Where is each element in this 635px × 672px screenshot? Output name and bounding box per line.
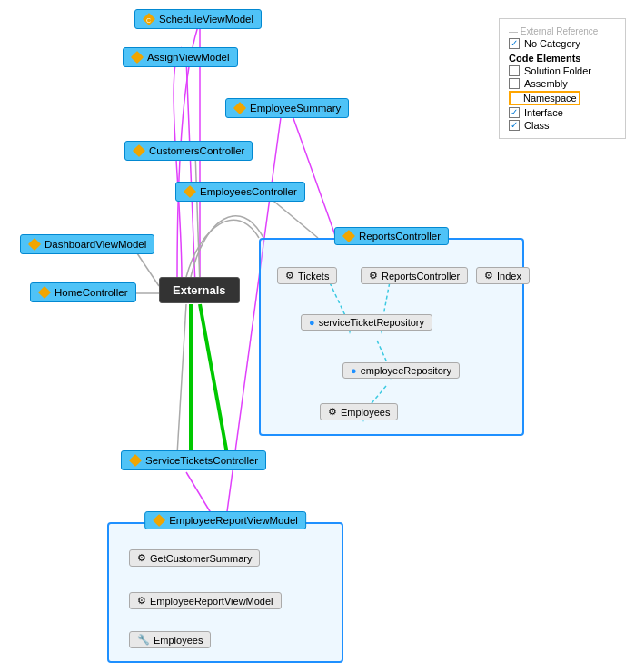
reports-controller-box: ReportsController ⚙ Tickets ⚙ ReportsCon… [259, 238, 524, 436]
get-customer-summary-node[interactable]: ⚙ GetCustomerSummary [129, 549, 260, 567]
service-tickets-controller-node[interactable]: ServiceTicketsController [121, 450, 266, 470]
interface-label: Interface [524, 107, 563, 118]
class-label: Class [524, 120, 550, 131]
node-label: ServiceTicketsController [145, 455, 258, 466]
node-label: GetCustomerSummary [150, 553, 252, 564]
class-icon [342, 230, 355, 242]
svg-line-9 [200, 304, 227, 454]
legend-interface[interactable]: Interface [509, 107, 616, 118]
diagram-container: C ScheduleViewModel AssignViewModel Empl… [0, 0, 635, 672]
employee-report-vm-title[interactable]: EmployeeReportViewModel [144, 511, 306, 529]
employees-bottom-node[interactable]: 🔧 Employees [129, 631, 211, 648]
legend-panel: — External Reference No Category Code El… [499, 18, 626, 139]
node-label: CustomersController [149, 145, 244, 156]
interface-checkbox[interactable] [509, 107, 520, 118]
namespace-label: Namespace [523, 93, 577, 104]
legend-external-ref: — External Reference [509, 26, 616, 36]
gear-icon: ⚙ [484, 270, 493, 282]
gear-icon: ⚙ [137, 552, 146, 564]
class-icon [38, 286, 51, 299]
class-icon: C [143, 13, 155, 25]
home-controller-node[interactable]: HomeController [30, 282, 136, 302]
employees-controller-node[interactable]: EmployeesController [175, 182, 305, 202]
class-checkbox[interactable] [509, 120, 520, 131]
svg-rect-31 [342, 230, 355, 242]
node-label: EmployeeSummary [250, 103, 341, 114]
svg-line-11 [177, 304, 186, 454]
class-icon [233, 102, 246, 114]
field-icon: ● [351, 365, 357, 376]
node-label: Employees [154, 635, 203, 646]
svg-text:C: C [146, 17, 151, 24]
class-icon [131, 51, 144, 64]
assembly-checkbox[interactable] [509, 78, 520, 89]
svg-line-1 [186, 58, 195, 286]
node-label: DashboardViewModel [45, 239, 146, 250]
node-label: Index [497, 271, 521, 282]
externals-node[interactable]: Externals [159, 277, 240, 303]
employees-inner-node[interactable]: ⚙ Employees [320, 403, 398, 420]
solution-folder-label: Solution Folder [524, 65, 591, 76]
no-category-checkbox[interactable] [509, 38, 520, 49]
tickets-inner-node[interactable]: ⚙ Tickets [277, 267, 337, 284]
gear-icon: ⚙ [285, 270, 294, 282]
namespace-checkbox[interactable] [512, 93, 523, 104]
no-category-label: No Category [524, 38, 580, 49]
dashboard-view-model-node[interactable]: DashboardViewModel [20, 234, 154, 254]
employee-report-vm-inner-node[interactable]: ⚙ EmployeeReportViewModel [129, 592, 282, 609]
class-icon [153, 514, 165, 527]
class-icon [133, 144, 145, 157]
svg-rect-24 [131, 51, 144, 64]
node-label: ScheduleViewModel [159, 14, 253, 25]
node-label: Tickets [298, 271, 329, 282]
node-label: HomeController [55, 287, 128, 298]
svg-rect-26 [133, 144, 145, 157]
node-label: serviceTicketRepository [319, 317, 424, 328]
svg-rect-25 [233, 102, 246, 114]
class-icon [28, 238, 41, 251]
node-label: ReportsController [382, 271, 460, 282]
legend-no-category[interactable]: No Category [509, 38, 616, 49]
reports-controller-title[interactable]: ReportsController [334, 227, 449, 245]
svg-rect-27 [184, 185, 196, 198]
legend-assembly[interactable]: Assembly [509, 78, 616, 89]
legend-class[interactable]: Class [509, 120, 616, 131]
legend-external-ref-label: — External Reference [509, 26, 598, 36]
assign-view-model-node[interactable]: AssignViewModel [123, 47, 238, 67]
gear-icon: ⚙ [369, 270, 378, 282]
svg-line-2 [291, 111, 336, 238]
gear-icon: ⚙ [137, 595, 146, 607]
node-label: EmployeeReportViewModel [150, 596, 273, 607]
node-label: employeeRepository [361, 365, 451, 376]
node-label: Employees [341, 407, 390, 418]
svg-rect-30 [129, 454, 142, 467]
gear-icon: ⚙ [328, 406, 337, 418]
svg-rect-29 [38, 286, 51, 299]
field-icon: ● [309, 317, 315, 328]
assembly-label: Assembly [524, 78, 568, 89]
svg-rect-32 [153, 514, 165, 527]
employee-repo-node[interactable]: ● employeeRepository [342, 362, 460, 379]
index-inner-node[interactable]: ⚙ Index [476, 267, 530, 284]
legend-namespace[interactable]: Namespace [509, 91, 616, 105]
node-label: EmployeesController [200, 186, 297, 197]
solution-folder-checkbox[interactable] [509, 65, 520, 76]
svg-line-4 [195, 152, 200, 286]
customers-controller-node[interactable]: CustomersController [124, 141, 253, 161]
externals-label: Externals [173, 283, 226, 297]
schedule-view-model-node[interactable]: C ScheduleViewModel [134, 9, 262, 29]
wrench-icon: 🔧 [137, 634, 150, 646]
service-ticket-repo-node[interactable]: ● serviceTicketRepository [301, 314, 432, 331]
class-icon [184, 185, 196, 198]
title-label: ReportsController [359, 231, 441, 242]
legend-solution-folder[interactable]: Solution Folder [509, 65, 616, 76]
reportscontroller-inner-node[interactable]: ⚙ ReportsController [361, 267, 468, 284]
class-icon [129, 454, 142, 467]
employee-report-view-model-box: EmployeeReportViewModel ⚙ GetCustomerSum… [107, 522, 343, 663]
svg-rect-28 [28, 238, 41, 251]
legend-code-elements-header: Code Elements [509, 53, 616, 64]
title-label: EmployeeReportViewModel [169, 515, 298, 526]
node-label: AssignViewModel [147, 52, 230, 63]
employee-summary-node[interactable]: EmployeeSummary [225, 98, 349, 118]
